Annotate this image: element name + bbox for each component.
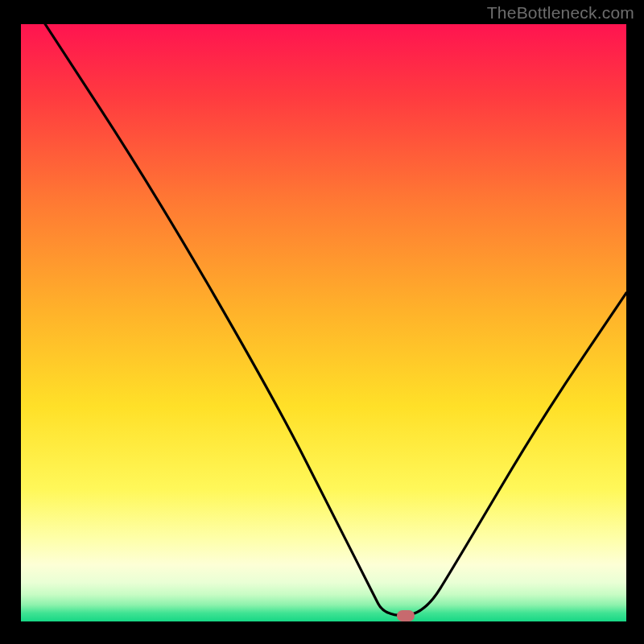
watermark-text: TheBottleneck.com [487, 3, 634, 23]
plot-area [21, 24, 626, 621]
curve-layer [21, 24, 626, 621]
optimal-point-marker [397, 610, 415, 621]
chart-frame: TheBottleneck.com [0, 0, 644, 644]
bottleneck-curve [45, 24, 626, 616]
